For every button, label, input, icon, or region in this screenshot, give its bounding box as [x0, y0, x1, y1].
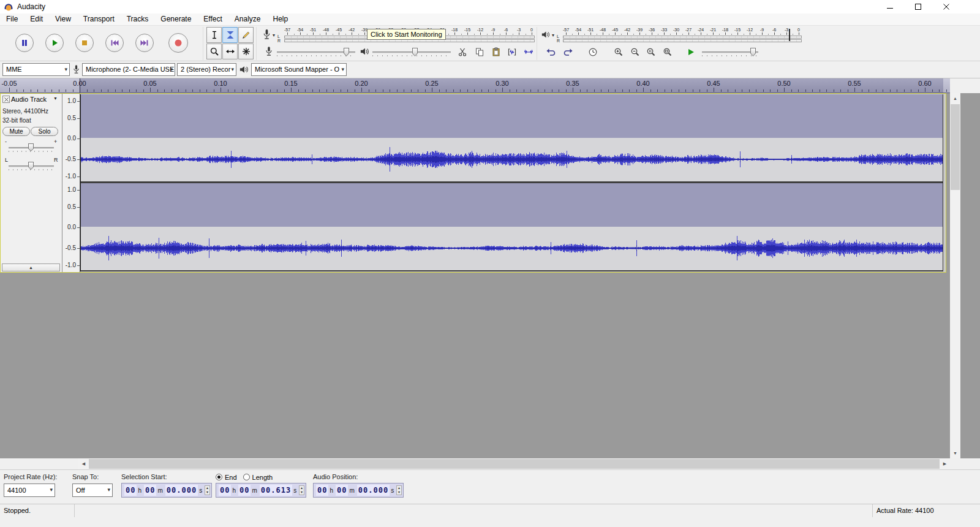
timeline-tick — [820, 89, 820, 92]
audio-host-select[interactable]: MME ▾ — [2, 63, 70, 76]
timeline-tick — [840, 89, 841, 92]
timeline-tick — [122, 89, 123, 92]
scroll-right-icon[interactable]: ▶ — [940, 458, 950, 469]
track-collapse-button[interactable]: ▲ — [2, 264, 60, 271]
maximize-button[interactable] — [904, 0, 932, 13]
scroll-up-icon[interactable]: ▲ — [950, 93, 960, 104]
time-digits[interactable]: 00.613 — [260, 485, 292, 496]
length-radio[interactable] — [243, 474, 250, 480]
scroll-down-icon[interactable]: ▼ — [950, 448, 960, 458]
menu-item-help[interactable]: Help — [267, 13, 295, 25]
timeline-label: 0.30 — [496, 80, 508, 87]
recording-device-select[interactable]: Microphone (2- C-Media USE ▾ — [82, 63, 175, 76]
time-digits[interactable]: 00 — [238, 485, 251, 496]
horizontal-scrollbar[interactable]: ◀ ▶ — [78, 458, 950, 469]
timeline-tick — [164, 89, 165, 92]
mute-button[interactable]: Mute — [2, 127, 30, 136]
length-radio-label: Length — [252, 474, 273, 481]
menu-item-view[interactable]: View — [49, 13, 77, 25]
waveform-left[interactable] — [80, 94, 943, 181]
spinner-down-icon[interactable]: ▾ — [398, 490, 400, 495]
timeline-tick — [946, 89, 947, 92]
time-spinner[interactable]: ▴▾ — [299, 485, 304, 495]
timeline-selection — [80, 78, 943, 93]
recording-device-value: Microphone (2- C-Media USE — [86, 66, 174, 73]
time-spinner[interactable]: ▴▾ — [205, 485, 210, 495]
timeline-label: -0.05 — [1, 80, 17, 87]
spinner-up-icon[interactable]: ▴ — [301, 486, 303, 490]
amp-tick-mark — [77, 248, 80, 249]
time-digits[interactable]: 00 — [144, 485, 156, 496]
recording-channels-select[interactable]: 2 (Stereo) Recor ▾ — [177, 63, 236, 76]
timeline-tick — [763, 89, 764, 92]
close-button[interactable] — [932, 0, 960, 13]
menu-item-effect[interactable]: Effect — [197, 13, 228, 25]
audio-position-label: Audio Position: — [313, 473, 358, 480]
solo-button[interactable]: Solo — [31, 127, 58, 136]
timeline-tick — [530, 89, 531, 92]
waveform-right-svg — [80, 183, 943, 270]
vertical-scrollbar[interactable]: ▲ ▼ — [950, 93, 960, 458]
menu-item-tracks[interactable]: Tracks — [121, 13, 155, 25]
play-speed-slider-track[interactable] — [702, 51, 758, 54]
timeline-tick — [256, 89, 257, 92]
end-radio[interactable] — [216, 474, 222, 480]
timeline-tick — [559, 89, 559, 92]
vertical-scroll-thumb[interactable] — [951, 104, 960, 190]
play-at-speed-button[interactable] — [684, 45, 698, 59]
menu-item-generate[interactable]: Generate — [154, 13, 197, 25]
time-digits[interactable]: 00 — [124, 485, 137, 496]
spinner-down-icon[interactable]: ▾ — [301, 490, 303, 495]
waveform-right[interactable] — [80, 183, 943, 270]
time-unit-label: s — [391, 487, 394, 494]
menu-item-file[interactable]: File — [0, 13, 24, 25]
time-digits[interactable]: 00 — [219, 485, 231, 496]
timeline-tick — [699, 89, 700, 92]
timeline-tick — [488, 89, 489, 92]
spinner-up-icon[interactable]: ▴ — [398, 486, 400, 490]
project-rate-select[interactable]: 44100 ▾ — [4, 483, 55, 497]
snap-to-select[interactable]: Off ▾ — [72, 483, 113, 497]
timeline-tick — [510, 89, 510, 92]
menu-item-analyze[interactable]: Analyze — [228, 13, 267, 25]
playback-device-select[interactable]: Microsoft Sound Mapper - O ▾ — [251, 63, 347, 76]
amp-tick-mark — [77, 176, 80, 177]
menu-item-edit[interactable]: Edit — [24, 13, 49, 25]
spinner-up-icon[interactable]: ▴ — [206, 486, 208, 490]
selection-end-time[interactable]: 00h00m00.613s▴▾ — [216, 483, 306, 498]
status-bar: Stopped. Actual Rate: 44100 — [0, 504, 980, 527]
amp-scale-label: -1.0 — [62, 262, 76, 268]
timeline-tick — [862, 89, 862, 92]
track-menu-arrow-icon[interactable]: ▼ — [53, 96, 58, 100]
selection-start-time[interactable]: 00h00m00.000s▴▾ — [121, 483, 212, 498]
timeline-tick — [925, 88, 925, 92]
spinner-down-icon[interactable]: ▾ — [206, 490, 208, 495]
pan-right-label: R — [54, 157, 58, 163]
minimize-button[interactable] — [876, 0, 904, 13]
audio-position-time[interactable]: 00h00m00.000s▴▾ — [313, 483, 404, 498]
horizontal-scroll-thumb[interactable] — [89, 459, 940, 469]
time-digits[interactable]: 00 — [336, 485, 348, 496]
time-spinner[interactable]: ▴▾ — [396, 485, 402, 495]
time-digits[interactable]: 00 — [316, 485, 328, 496]
timeline-ruler[interactable]: -0.050.000.050.100.150.200.250.300.350.4… — [0, 78, 950, 93]
timeline-tick — [538, 89, 538, 92]
timeline-label: 0.45 — [707, 80, 720, 87]
time-digits[interactable]: 00.000 — [357, 485, 390, 496]
timeline-tick — [777, 89, 778, 92]
timeline-tick — [728, 89, 728, 92]
amplitude-ruler[interactable]: 1.00.50.0-0.5-1.01.00.50.0-0.5-1.0 — [62, 94, 80, 272]
amp-scale-label: -1.0 — [62, 173, 76, 180]
amp-tick-mark — [77, 159, 80, 160]
track-close-button[interactable] — [2, 96, 10, 103]
toolbar-region: ▾LR-57-54-51-48-45-42-39-36-33-30-27-24-… — [0, 26, 980, 61]
amp-scale-label: 1.0 — [62, 186, 76, 193]
track-title[interactable]: Audio Track — [11, 95, 47, 104]
amp-scale-label: 0.5 — [62, 115, 76, 121]
timeline-label: 0.50 — [777, 80, 790, 87]
track-bottom-edge — [80, 270, 943, 271]
time-digits[interactable]: 00.000 — [165, 485, 198, 496]
scroll-left-icon[interactable]: ◀ — [78, 458, 89, 469]
menu-item-transport[interactable]: Transport — [77, 13, 121, 25]
timeline-tick — [812, 89, 813, 92]
